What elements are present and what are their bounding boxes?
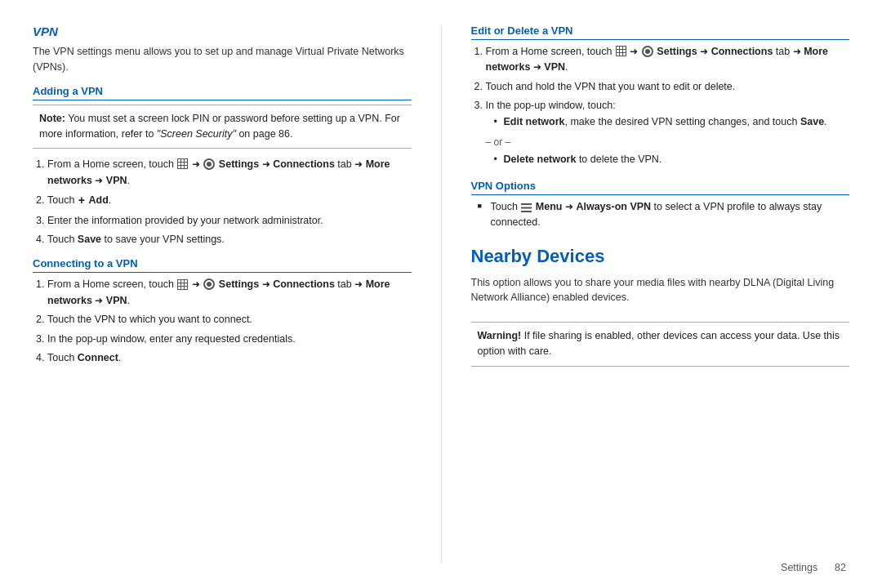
arrow-3: ➜ — [354, 158, 363, 170]
menu-icon — [521, 202, 532, 211]
nearby-devices-title: Nearby Devices — [471, 246, 850, 267]
nearby-intro: This option allows you to share your med… — [471, 275, 850, 306]
vpn-options-list: Touch Menu ➜ Always-on VPN to select a V… — [471, 199, 850, 234]
svg-rect-0 — [521, 203, 532, 205]
adding-step-2: Touch + Add. — [47, 192, 412, 210]
edit-delete-title: Edit or Delete a VPN — [471, 24, 850, 40]
note-box: Note: You must set a screen lock PIN or … — [33, 105, 412, 149]
adding-step-1: From a Home screen, touch ➜ Settings ➜ C… — [47, 157, 412, 189]
grid-icon-2 — [177, 279, 188, 290]
page-footer: Settings 82 — [781, 562, 846, 573]
warning-box: Warning! If file sharing is enabled, oth… — [471, 322, 850, 367]
connecting-step-3: In the pop-up window, enter any requeste… — [47, 332, 412, 347]
connecting-steps-list: From a Home screen, touch ➜ Settings ➜ C… — [33, 277, 412, 369]
footer-page-number: 82 — [835, 562, 846, 573]
arrow-8: ➜ — [95, 295, 103, 306]
arrow-4: ➜ — [95, 175, 103, 186]
vpn-option-1: Touch Menu ➜ Always-on VPN to select a V… — [478, 199, 850, 231]
arrow-7: ➜ — [354, 278, 363, 290]
vpn-intro: The VPN settings menu allows you to set … — [33, 44, 412, 75]
arrow-12: ➜ — [533, 61, 541, 73]
edit-bullet-2: Delete network to delete the VPN. — [494, 152, 850, 167]
connecting-step-4: Touch Connect. — [47, 350, 412, 366]
svg-rect-1 — [521, 207, 532, 209]
connecting-vpn-title: Connecting to a VPN — [33, 257, 412, 273]
edit-step-1: From a Home screen, touch ➜ Settings ➜ C… — [486, 44, 850, 76]
svg-rect-2 — [521, 211, 532, 212]
page: VPN The VPN settings menu allows you to … — [0, 0, 882, 588]
connecting-step-1: From a Home screen, touch ➜ Settings ➜ C… — [47, 277, 412, 309]
grid-icon — [177, 158, 188, 169]
adding-steps-list: From a Home screen, touch ➜ Settings ➜ C… — [33, 157, 412, 251]
connecting-step-2: Touch the VPN to which you want to conne… — [47, 312, 412, 327]
grid-icon-3 — [616, 46, 626, 56]
settings-icon-1 — [203, 158, 215, 170]
note-label: Note: — [39, 113, 65, 124]
warning-label: Warning! — [478, 330, 522, 341]
delete-bullets: Delete network to delete the VPN. — [486, 152, 850, 167]
arrow-11: ➜ — [793, 46, 801, 57]
arrow-5: ➜ — [192, 278, 200, 290]
column-divider — [441, 24, 442, 564]
or-line: – or – — [486, 135, 850, 150]
edit-steps-list: From a Home screen, touch ➜ Settings ➜ C… — [471, 44, 850, 173]
arrow-10: ➜ — [700, 46, 708, 57]
adding-step-4: Touch Save to save your VPN settings. — [47, 232, 412, 247]
settings-icon-2 — [203, 278, 215, 290]
arrow-2: ➜ — [262, 158, 270, 170]
vpn-title: VPN — [33, 24, 412, 38]
arrow-1: ➜ — [192, 158, 200, 170]
edit-step-3: In the pop-up window, touch: Edit networ… — [486, 98, 850, 168]
adding-vpn-title: Adding a VPN — [33, 85, 412, 100]
warning-text: If file sharing is enabled, other device… — [478, 330, 840, 357]
note-suffix: on page 86. — [236, 128, 293, 140]
vpn-options-title: VPN Options — [471, 180, 850, 195]
right-column: Edit or Delete a VPN From a Home screen,… — [471, 24, 850, 564]
edit-bullets: Edit network, make the desired VPN setti… — [486, 114, 850, 130]
arrow-6: ➜ — [262, 278, 270, 290]
arrow-9: ➜ — [630, 46, 638, 57]
settings-icon-3 — [642, 46, 653, 57]
plus-icon: + — [78, 192, 85, 210]
edit-step-2: Touch and hold the VPN that you want to … — [486, 79, 850, 95]
adding-step-3: Enter the information provided by your n… — [47, 213, 412, 229]
edit-bullet-1: Edit network, make the desired VPN setti… — [494, 114, 850, 130]
arrow-13: ➜ — [565, 201, 573, 212]
note-link: "Screen Security" — [157, 128, 236, 140]
left-column: VPN The VPN settings menu allows you to … — [33, 24, 412, 564]
footer-settings-label: Settings — [781, 562, 817, 573]
